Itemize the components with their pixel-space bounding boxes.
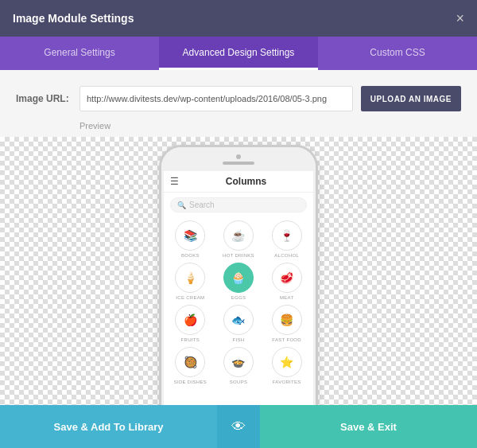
preview-container: ☰ Columns 🔍 Search 📚BOOKS☕HOT DRINKS🍷ALC… bbox=[0, 137, 477, 405]
grid-item: 🥘SIDE DISHES bbox=[169, 347, 212, 384]
grid-item: 🥩MEAT bbox=[265, 263, 308, 300]
app-header: ☰ Columns bbox=[164, 171, 313, 193]
grid-item: 📚BOOKS bbox=[169, 220, 212, 258]
image-url-input[interactable] bbox=[80, 86, 353, 111]
save-exit-button[interactable]: Save & Exit bbox=[260, 405, 477, 448]
grid-label: MEAT bbox=[280, 295, 293, 300]
grid-label: BOOKS bbox=[181, 253, 200, 258]
search-placeholder-text: Search bbox=[189, 201, 215, 209]
grid-item: 🍎FRUITS bbox=[169, 305, 212, 342]
grid-icon: 🍦 bbox=[175, 263, 205, 293]
app-screen-title: Columns bbox=[185, 176, 307, 187]
grid-label: HOT DRINKS bbox=[223, 253, 254, 258]
grid-icon: 🍎 bbox=[175, 305, 205, 335]
grid-icon: 📚 bbox=[175, 220, 205, 251]
grid-icon: 🥘 bbox=[175, 347, 205, 377]
close-button[interactable]: × bbox=[456, 10, 464, 27]
grid-item: 🍦ICE CREAM bbox=[169, 263, 212, 300]
tab-css[interactable]: Custom CSS bbox=[318, 37, 477, 70]
preview-toggle-button[interactable]: 👁 bbox=[217, 405, 260, 448]
tab-advanced[interactable]: Advanced Design Settings bbox=[159, 37, 318, 70]
grid-label: FAST FOOD bbox=[272, 337, 301, 342]
grid-icon: 🍔 bbox=[272, 305, 302, 335]
hamburger-icon: ☰ bbox=[170, 176, 179, 187]
modal-title: Image Module Settings bbox=[13, 12, 134, 25]
grid-icon: 🧁 bbox=[223, 263, 254, 293]
grid-label: FRUITS bbox=[181, 337, 200, 342]
grid-icon: 🐟 bbox=[223, 305, 254, 335]
preview-label: Preview bbox=[80, 121, 461, 131]
grid-label: ALCOHOL bbox=[274, 253, 299, 258]
grid-item: 🐟FISH bbox=[217, 305, 261, 342]
grid-item: ☕HOT DRINKS bbox=[217, 220, 261, 258]
grid-icon: ☕ bbox=[223, 220, 254, 251]
tab-general[interactable]: General Settings bbox=[0, 37, 159, 70]
grid-icon: ⭐ bbox=[272, 347, 302, 377]
content-area: Image URL: UPLOAD AN IMAGE Preview ☰ Col… bbox=[0, 70, 477, 405]
phone-mockup: ☰ Columns 🔍 Search 📚BOOKS☕HOT DRINKS🍷ALC… bbox=[159, 145, 318, 405]
grid-item: ⭐FAVORITES bbox=[265, 347, 308, 384]
grid-item: 🍲SOUPS bbox=[217, 347, 261, 384]
upload-image-button[interactable]: UPLOAD AN IMAGE bbox=[361, 86, 461, 111]
phone-camera bbox=[236, 154, 241, 159]
modal-header: Image Module Settings × bbox=[0, 0, 477, 37]
grid-item: 🍷ALCOHOL bbox=[265, 220, 308, 258]
grid-label: FAVORITES bbox=[273, 380, 301, 384]
grid-icon: 🍲 bbox=[223, 347, 254, 377]
eye-icon: 👁 bbox=[231, 419, 246, 435]
app-grid: 📚BOOKS☕HOT DRINKS🍷ALCOHOL🍦ICE CREAM🧁EGGS… bbox=[164, 217, 313, 391]
save-library-button[interactable]: Save & Add To Library bbox=[0, 405, 217, 448]
phone-speaker bbox=[223, 162, 254, 165]
grid-label: SOUPS bbox=[230, 380, 248, 384]
image-url-row: Image URL: UPLOAD AN IMAGE bbox=[16, 86, 461, 111]
search-icon: 🔍 bbox=[177, 201, 186, 209]
app-search-bar: 🔍 Search bbox=[170, 197, 307, 212]
phone-top bbox=[161, 147, 316, 171]
grid-label: FISH bbox=[233, 337, 245, 342]
grid-item: 🍔FAST FOOD bbox=[265, 305, 308, 342]
grid-label: ICE CREAM bbox=[176, 295, 204, 300]
grid-icon: 🍷 bbox=[272, 220, 302, 251]
footer-bar: Save & Add To Library 👁 Save & Exit bbox=[0, 405, 477, 448]
grid-label: EGGS bbox=[231, 295, 246, 300]
grid-label: SIDE DISHES bbox=[174, 380, 207, 384]
phone-screen: ☰ Columns 🔍 Search 📚BOOKS☕HOT DRINKS🍷ALC… bbox=[164, 171, 313, 405]
image-url-label: Image URL: bbox=[16, 93, 72, 104]
tab-bar: General Settings Advanced Design Setting… bbox=[0, 37, 477, 70]
grid-icon: 🥩 bbox=[272, 263, 302, 293]
grid-item: 🧁EGGS bbox=[217, 263, 261, 300]
